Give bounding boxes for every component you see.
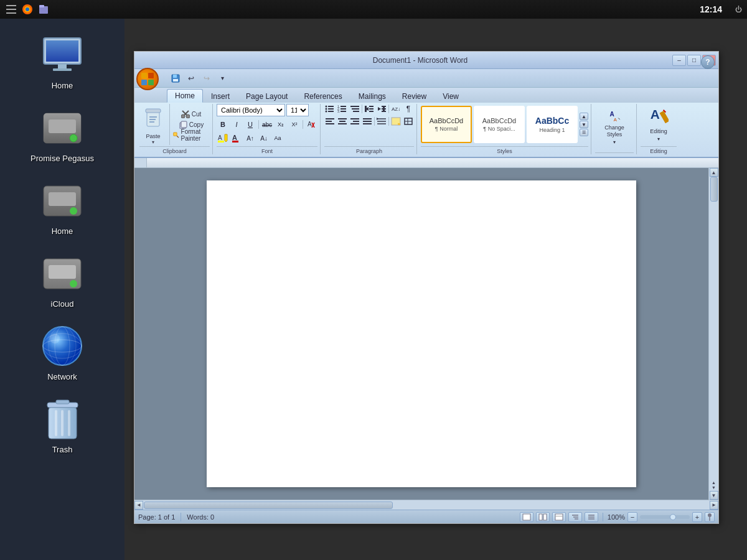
ruler-corner[interactable]: [134, 158, 147, 168]
style-heading1[interactable]: AaBbCc Heading 1: [527, 106, 578, 143]
doc-scroll-area[interactable]: [134, 168, 708, 500]
minimize-button[interactable]: –: [672, 55, 686, 66]
firefox-icon[interactable]: [21, 3, 34, 16]
zoom-slider-thumb[interactable]: [670, 514, 676, 520]
paste-button[interactable]: [139, 104, 167, 133]
ribbon-section-editing: A Editing ▾ Editing: [638, 104, 679, 154]
style-normal[interactable]: AaBbCcDd ¶ Normal: [421, 106, 472, 143]
scroll-up-button[interactable]: ▲: [710, 168, 718, 177]
sidebar-item-home-monitor[interactable]: Home: [12, 25, 112, 98]
h-scroll-left-button[interactable]: ◄: [134, 501, 143, 510]
print-layout-button[interactable]: [520, 512, 533, 522]
outline-view-button[interactable]: [568, 512, 582, 522]
scroll-prev-page[interactable]: ▲: [712, 480, 716, 485]
styles-scroll-up[interactable]: ▲: [580, 113, 588, 120]
italic-button[interactable]: I: [230, 119, 243, 130]
vertical-scrollbar[interactable]: ▲ ▲ ▼ ▼: [708, 168, 718, 500]
borders-button[interactable]: [403, 116, 414, 126]
format-painter-button[interactable]: Format Painter: [172, 130, 210, 140]
scroll-down-button[interactable]: ▼: [710, 491, 718, 500]
sidebar-item-promise-pegasus[interactable]: Promise Pegasus: [12, 98, 112, 170]
svg-text:A: A: [232, 134, 237, 141]
full-reading-button[interactable]: [536, 512, 550, 522]
tab-view[interactable]: View: [435, 89, 467, 103]
sidebar-item-label-icloud: iCloud: [51, 299, 74, 309]
editing-button[interactable]: A Editing ▾: [641, 106, 677, 142]
scroll-track[interactable]: [710, 177, 718, 479]
styles-expand[interactable]: ☰: [580, 129, 588, 136]
sidebar-item-home-hdd[interactable]: Home: [12, 170, 112, 243]
tab-page-layout[interactable]: Page Layout: [238, 89, 296, 103]
change-case-button[interactable]: Aa: [271, 133, 284, 144]
superscript-button[interactable]: X²: [288, 119, 301, 130]
svg-rect-78: [352, 108, 359, 110]
tab-mailings[interactable]: Mailings: [350, 89, 394, 103]
scroll-thumb[interactable]: [710, 177, 718, 202]
shrink-font-button[interactable]: A↓: [258, 133, 270, 144]
horizontal-scrollbar[interactable]: ◄ ►: [134, 500, 718, 510]
word-count: Words: 0: [187, 513, 214, 521]
help-button[interactable]: ?: [701, 55, 715, 69]
save-quick-button[interactable]: [169, 73, 182, 84]
maximize-button[interactable]: □: [687, 55, 701, 66]
svg-rect-83: [369, 111, 374, 112]
zoom-slider[interactable]: [640, 515, 690, 519]
font-size-select[interactable]: 11: [286, 104, 309, 116]
tab-references[interactable]: References: [296, 89, 350, 103]
font-color-button[interactable]: A: [230, 133, 243, 144]
tab-home[interactable]: Home: [167, 89, 203, 103]
document-page[interactable]: [207, 180, 636, 487]
strikethrough-button[interactable]: abc: [261, 119, 273, 130]
line-spacing-button[interactable]: [376, 116, 387, 126]
draft-view-button[interactable]: [585, 512, 598, 522]
files-icon[interactable]: [37, 3, 50, 16]
bullets-button[interactable]: [324, 104, 336, 114]
menu-icon[interactable]: [5, 3, 17, 16]
grow-font-button[interactable]: A↑: [244, 133, 256, 144]
sidebar-item-trash[interactable]: Trash: [12, 389, 112, 462]
h-scroll-track[interactable]: [143, 501, 710, 510]
bold-button[interactable]: B: [217, 119, 229, 130]
scroll-next-page[interactable]: ▼: [712, 485, 716, 490]
zoom-in-button[interactable]: +: [692, 512, 702, 522]
zoom-out-button[interactable]: −: [627, 512, 637, 522]
shading-button[interactable]: [390, 116, 402, 126]
cut-button[interactable]: Cut: [172, 109, 210, 119]
clear-format-button[interactable]: A: [305, 119, 317, 130]
undo-quick-button[interactable]: ↩: [184, 73, 198, 84]
h-scroll-thumb[interactable]: [144, 502, 393, 509]
status-sep1: [181, 513, 181, 521]
styles-scroll-down[interactable]: ▼: [580, 121, 588, 128]
tab-review[interactable]: Review: [394, 89, 435, 103]
svg-rect-31: [56, 400, 69, 404]
change-styles-button[interactable]: A A ChangeStyles ▾: [595, 110, 634, 146]
align-left-button[interactable]: [324, 116, 336, 126]
pilcrow-button[interactable]: ¶: [403, 104, 414, 114]
office-button[interactable]: [136, 68, 159, 90]
tab-insert[interactable]: Insert: [203, 89, 238, 103]
highlight-button[interactable]: A: [217, 133, 229, 144]
quick-access-more[interactable]: ▾: [215, 73, 229, 84]
sidebar-item-network[interactable]: Network: [12, 316, 112, 389]
web-layout-button[interactable]: [552, 512, 566, 522]
pin-button[interactable]: [705, 512, 715, 522]
align-center-button[interactable]: [337, 116, 348, 126]
svg-rect-2: [6, 12, 16, 14]
sort-button[interactable]: AZ↓: [390, 104, 402, 114]
decrease-indent-button[interactable]: [364, 104, 375, 114]
redo-quick-button[interactable]: ↪: [200, 73, 214, 84]
underline-button[interactable]: U: [244, 119, 256, 130]
h-scroll-right-button[interactable]: ►: [710, 501, 718, 510]
multilevel-list-button[interactable]: [349, 104, 360, 114]
font-name-select[interactable]: Calibri (Body): [217, 104, 285, 116]
increase-indent-button[interactable]: [376, 104, 387, 114]
justify-button[interactable]: [362, 116, 373, 126]
numbering-button[interactable]: 1. 2. 3.: [337, 104, 348, 114]
font-name-row: Calibri (Body) 11: [217, 104, 309, 116]
sidebar-item-icloud[interactable]: iCloud: [12, 243, 112, 316]
svg-rect-96: [350, 118, 359, 119]
align-right-button[interactable]: [349, 116, 360, 126]
svg-rect-44: [147, 111, 159, 126]
subscript-button[interactable]: X₂: [275, 119, 287, 130]
style-nospacing[interactable]: AaBbCcDd ¶ No Spaci...: [474, 106, 525, 143]
